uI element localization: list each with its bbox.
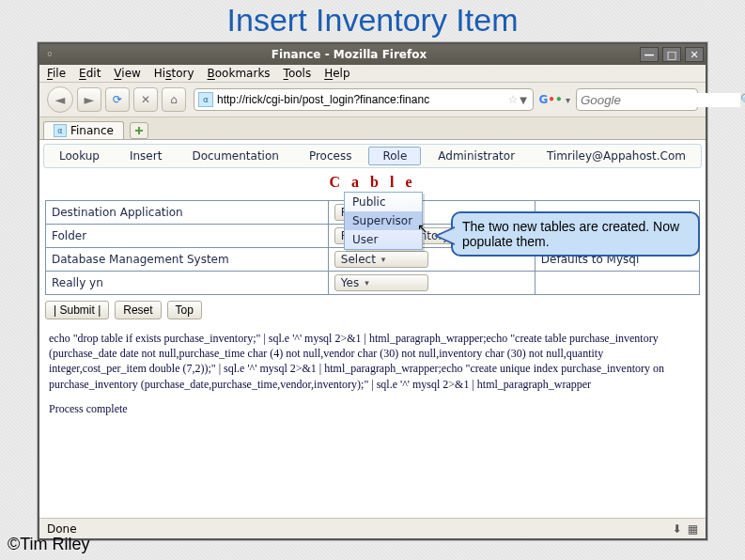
submit-button[interactable]: | Submit | [45,301,109,319]
output-complete: Process complete [49,401,696,416]
chevron-down-icon: ▾ [359,278,369,288]
slide-title: Insert Inventory Item [0,0,745,40]
tab-strip: α Finance [39,117,706,140]
stop-button[interactable]: ✕ [133,87,158,112]
top-button[interactable]: Top [167,301,202,319]
reload-button[interactable]: ⟳ [105,87,130,112]
window-title: Finance - Mozilla Firefox [60,48,638,61]
download-icon[interactable]: ⬇ [673,522,682,536]
role-option-public[interactable]: Public [345,193,422,211]
combo-really-yn[interactable]: Yes▾ [334,274,428,291]
engine-dropdown-icon[interactable]: ▾ [566,95,570,105]
search-input[interactable] [581,93,740,107]
site-favicon-icon: α [198,92,213,107]
system-menu-icon[interactable]: ◦ [39,48,60,61]
app-menu: Lookup Insert Documentation Process Role… [43,144,702,168]
command-output: echo "drop table if exists purchase_inve… [45,325,700,431]
menu-administrator[interactable]: Administrator [425,148,528,164]
output-text: echo "drop table if exists purchase_inve… [49,331,696,392]
menu-history[interactable]: History [154,67,194,80]
status-misc-icon[interactable]: ▦ [688,522,698,536]
button-row: | Submit | Reset Top [45,295,700,325]
forward-button[interactable]: ► [77,87,101,112]
menu-lookup[interactable]: Lookup [46,148,113,164]
url-input[interactable] [217,93,504,106]
close-button[interactable]: ✕ [685,47,704,62]
menu-role[interactable]: Role [368,147,421,165]
chevron-down-icon: ▾ [376,255,386,264]
new-tab-button[interactable] [130,122,148,139]
search-box[interactable]: 🔍 [576,88,698,111]
copyright-text: ©Tim Riley [8,535,90,554]
tab-label: Finance [70,124,114,137]
label-dbms: Database Management System [46,248,329,272]
minimize-button[interactable]: — [640,47,659,62]
label-folder: Folder [46,225,329,248]
table-row: Really yn Yes▾ [46,272,700,295]
url-bar[interactable]: α ☆ ▼ [194,88,534,111]
url-dropdown-icon[interactable]: ▼ [520,95,527,105]
window-titlebar: ◦ Finance - Mozilla Firefox — □ ✕ [39,44,706,65]
menu-user-email[interactable]: Timriley@Appahost.Com [534,148,699,164]
status-text: Done [47,522,77,536]
menu-view[interactable]: View [114,67,140,80]
combo-dbms[interactable]: Select▾ [334,251,428,268]
page-content: Lookup Insert Documentation Process Role… [39,140,706,518]
menu-help[interactable]: Help [324,67,349,80]
menu-insert[interactable]: Insert [116,148,175,164]
reset-button[interactable]: Reset [115,301,161,319]
browser-toolbar: ◄ ► ⟳ ✕ ⌂ α ☆ ▼ G•• ▾ 🔍 [39,83,706,117]
google-logo-icon[interactable]: G•• [541,91,560,108]
home-button[interactable]: ⌂ [162,87,186,112]
menu-process[interactable]: Process [296,148,365,164]
bookmark-star-icon[interactable]: ☆ [508,93,519,106]
browser-menubar[interactable]: File Edit View History Bookmarks Tools H… [39,65,706,83]
tab-favicon-icon: α [54,124,67,137]
defaults-cell [535,272,699,295]
search-icon[interactable]: 🔍 [740,93,745,106]
tab-finance[interactable]: α Finance [43,121,124,139]
menu-documentation[interactable]: Documentation [178,148,292,164]
menu-tools[interactable]: Tools [284,67,312,80]
annotation-callout: The two new tables are created. Now popu… [451,211,700,257]
role-option-supervisor[interactable]: Supervisor [345,211,422,230]
role-option-user[interactable]: User [345,230,422,249]
role-dropdown-menu: Public Supervisor User [344,192,423,250]
browser-window: ◦ Finance - Mozilla Firefox — □ ✕ File E… [38,42,707,540]
menu-file[interactable]: File [47,67,66,80]
maximize-button[interactable]: □ [662,47,681,62]
menu-bookmarks[interactable]: Bookmarks [208,67,271,80]
menu-edit[interactable]: Edit [79,67,101,80]
label-really-yn: Really yn [46,272,329,295]
status-bar: Done ⬇ ▦ [39,518,706,538]
back-button[interactable]: ◄ [47,86,73,113]
label-destination-application: Destination Application [46,201,329,225]
